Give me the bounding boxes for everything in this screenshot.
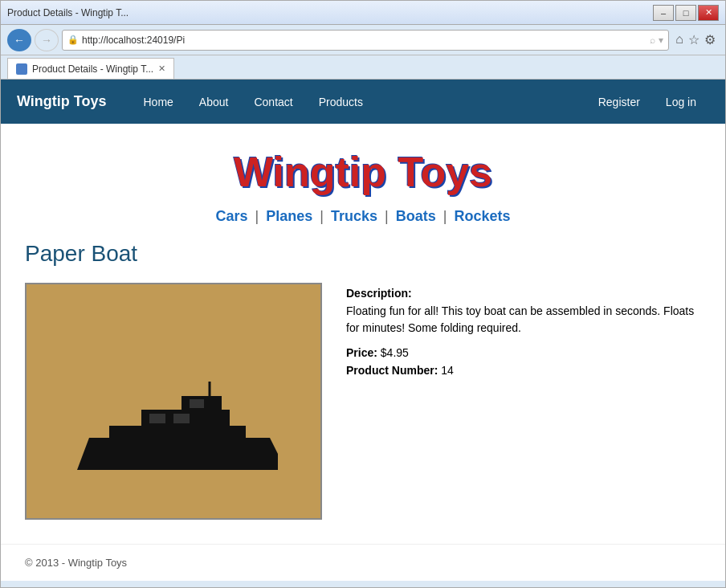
description-label: Description: bbox=[346, 287, 701, 300]
category-cars[interactable]: Cars bbox=[216, 208, 248, 224]
window-controls: – □ ✕ bbox=[653, 5, 719, 21]
tab-favicon bbox=[16, 63, 27, 75]
product-title: Paper Boat bbox=[25, 241, 701, 267]
forward-button[interactable]: → bbox=[35, 29, 59, 51]
product-number-label: Product Number: bbox=[346, 364, 438, 377]
tab-title: Product Details - Wingtip T... bbox=[32, 63, 153, 75]
svg-rect-5 bbox=[149, 414, 165, 423]
nav-about[interactable]: About bbox=[186, 96, 242, 108]
footer-text: © 2013 - Wingtip Toys bbox=[25, 557, 127, 569]
navbar: Wingtip Toys Home About Contact Products… bbox=[1, 80, 725, 124]
category-planes[interactable]: Planes bbox=[266, 208, 312, 224]
toolbar-icons: ⌂ ☆ ⚙ bbox=[672, 32, 719, 47]
close-button[interactable]: ✕ bbox=[698, 5, 719, 21]
price-value: $4.95 bbox=[381, 346, 409, 359]
main-content: Wingtip Toys Cars | Planes | Trucks | Bo… bbox=[1, 124, 725, 544]
boat-svg bbox=[61, 382, 286, 486]
nav-login[interactable]: Log in bbox=[653, 96, 709, 108]
navbar-brand[interactable]: Wingtip Toys bbox=[17, 93, 107, 110]
url-box[interactable]: 🔒 ⌕ ▾ bbox=[62, 30, 669, 51]
product-description: Floating fun for all! This toy boat can … bbox=[346, 303, 701, 337]
settings-icon[interactable]: ⚙ bbox=[704, 32, 716, 47]
nav-register[interactable]: Register bbox=[585, 96, 653, 108]
address-bar: ← → 🔒 ⌕ ▾ ⌂ ☆ ⚙ bbox=[1, 25, 725, 55]
product-layout: Description: Floating fun for all! This … bbox=[25, 283, 701, 520]
back-button[interactable]: ← bbox=[7, 29, 31, 51]
svg-marker-0 bbox=[77, 438, 278, 470]
category-links: Cars | Planes | Trucks | Boats | Rockets bbox=[25, 208, 701, 225]
price-label: Price: bbox=[346, 346, 377, 359]
site-logo: Wingtip Toys bbox=[25, 132, 701, 208]
svg-rect-1 bbox=[109, 426, 246, 440]
navbar-right: Register Log in bbox=[585, 96, 709, 108]
product-details: Description: Floating fun for all! This … bbox=[346, 283, 701, 382]
tab-close-button[interactable]: ✕ bbox=[158, 63, 165, 74]
price-row: Price: $4.95 bbox=[346, 346, 701, 359]
favorites-icon[interactable]: ☆ bbox=[688, 32, 699, 47]
window-title: Product Details - Wingtip T... bbox=[7, 7, 128, 18]
tab-bar: Product Details - Wingtip T... ✕ bbox=[1, 55, 725, 80]
nav-contact[interactable]: Contact bbox=[241, 96, 305, 108]
page-content: Wingtip Toys Home About Contact Products… bbox=[1, 80, 725, 581]
category-boats[interactable]: Boats bbox=[396, 208, 436, 224]
nav-home[interactable]: Home bbox=[131, 96, 186, 108]
category-rockets[interactable]: Rockets bbox=[454, 208, 510, 224]
page-footer: © 2013 - Wingtip Toys bbox=[1, 544, 725, 581]
active-tab[interactable]: Product Details - Wingtip T... ✕ bbox=[7, 58, 174, 79]
title-bar: Product Details - Wingtip T... – □ ✕ bbox=[1, 1, 725, 25]
product-image bbox=[25, 283, 322, 520]
maximize-button[interactable]: □ bbox=[675, 5, 696, 21]
category-trucks[interactable]: Trucks bbox=[331, 208, 377, 224]
product-number-value: 14 bbox=[441, 364, 454, 377]
minimize-button[interactable]: – bbox=[653, 5, 674, 21]
svg-rect-6 bbox=[173, 414, 190, 423]
url-input[interactable] bbox=[82, 35, 646, 46]
site-logo-text: Wingtip Toys bbox=[234, 149, 492, 195]
nav-products[interactable]: Products bbox=[306, 96, 376, 108]
svg-rect-7 bbox=[190, 399, 204, 408]
home-icon[interactable]: ⌂ bbox=[675, 32, 683, 47]
product-number-row: Product Number: 14 bbox=[346, 364, 701, 377]
navbar-links: Home About Contact Products bbox=[131, 96, 585, 108]
